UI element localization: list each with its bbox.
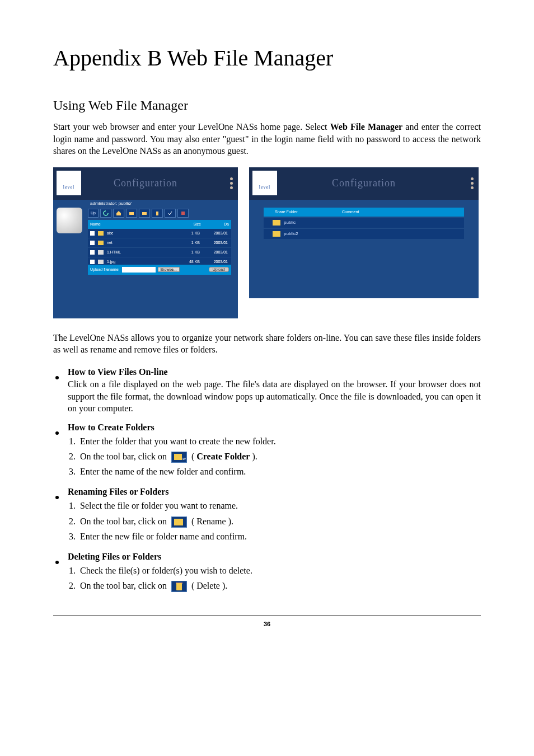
step-text: ). — [250, 452, 257, 461]
share-header: Share Folder Comment — [264, 208, 464, 217]
share-name: public2 — [284, 231, 298, 236]
step-item: Enter the folder that you want to create… — [78, 434, 481, 449]
file-manager-panel: administrator: public/ Up Name Size Da — [53, 200, 238, 318]
header-text: Configuration — [332, 177, 396, 189]
row-checkbox[interactable] — [90, 241, 95, 245]
table-row[interactable]: net 1 KB 2003/01 — [88, 238, 231, 247]
step-item: On the tool bar, click on ( Delete ). — [78, 578, 481, 593]
screenshot-header: level one Configuration — [53, 167, 238, 200]
bullet-heading: How to View Files On-line — [68, 367, 168, 377]
delete-icon — [171, 581, 187, 592]
row-name: 1.HTML — [107, 250, 177, 254]
step-item: On the tool bar, click on ( Rename ). — [78, 514, 481, 529]
bullet-dot — [55, 431, 59, 435]
step-text: On the tool bar, click on — [80, 452, 169, 461]
refresh-icon — [103, 210, 109, 216]
screenshot-header: level one Configuration — [249, 167, 479, 200]
breadcrumb: administrator: public/ — [90, 201, 132, 206]
row-name: 1.jpg — [107, 260, 177, 264]
section-heading: Using Web File Manager — [53, 98, 481, 113]
create-folder-icon — [171, 452, 187, 463]
home-button[interactable] — [113, 209, 124, 218]
description-paragraph: The LevelOne NASs allows you to organize… — [53, 332, 481, 356]
svg-rect-1 — [142, 212, 147, 215]
step-item: On the tool bar, click on ( Create Folde… — [78, 449, 481, 464]
bullet-view-files: How to View Files On-line Click on a fil… — [53, 367, 481, 415]
bullet-heading: Renaming Files or Folders — [68, 487, 169, 497]
table-rows: abc 1 KB 2003/01 net 1 KB 2003/01 1.HTML… — [88, 229, 231, 267]
share-row[interactable]: public — [264, 218, 464, 228]
instruction-list: How to View Files On-line Click on a fil… — [53, 367, 481, 593]
svg-rect-2 — [156, 212, 158, 215]
page-footer: 36 — [53, 616, 481, 627]
row-date: 2003/01 — [200, 260, 229, 264]
select-icon — [167, 210, 173, 216]
share-col-comment: Comment — [342, 210, 359, 214]
folder-icon — [273, 231, 280, 237]
toolbar: Up — [88, 209, 231, 219]
intro-text-a: Start your web browser and enter your Le… — [53, 122, 330, 132]
select-button[interactable] — [165, 209, 176, 218]
header-dots — [471, 177, 474, 191]
table-row[interactable]: abc 1 KB 2003/01 — [88, 229, 231, 238]
step-text: On the tool bar, click on — [80, 516, 169, 526]
new-folder-icon — [129, 210, 134, 216]
bullet-dot — [55, 561, 59, 564]
header-text: Configuration — [114, 177, 177, 189]
row-checkbox[interactable] — [90, 260, 95, 264]
screenshot-share-list: level one Configuration Share Folder Com… — [249, 167, 479, 318]
rename-icon — [171, 516, 187, 528]
folder-icon — [98, 241, 104, 245]
step-item: Select the file or folder you want to re… — [78, 498, 481, 513]
up-button[interactable]: Up — [88, 209, 99, 218]
upload-button[interactable]: Upload — [209, 267, 229, 272]
bullet-heading: How to Create Folders — [68, 422, 154, 433]
step-text: ( Rename ). — [189, 516, 233, 526]
rename-button[interactable] — [139, 209, 150, 218]
row-size: 48 KB — [177, 260, 200, 264]
intro-text-b: Web File Manager — [330, 122, 402, 132]
refresh-button[interactable] — [100, 209, 111, 218]
row-date: 2003/01 — [200, 241, 229, 245]
step-text: On the tool bar, click on — [80, 581, 169, 590]
row-checkbox[interactable] — [90, 250, 95, 255]
row-size: 1 KB — [177, 250, 200, 254]
share-panel: Share Folder Comment public public2 — [249, 200, 479, 298]
screenshot-file-manager: level one Configuration administrator: p… — [53, 167, 238, 318]
row-name: net — [107, 241, 177, 245]
step-item: Enter the new file or folder name and co… — [78, 529, 481, 544]
step-item: Check the file(s) or folder(s) you wish … — [78, 563, 481, 578]
folder-icon — [98, 231, 104, 236]
row-name: abc — [107, 231, 177, 235]
step-text-bold: Create Folder — [196, 452, 250, 461]
table-row[interactable]: 1.HTML 1 KB 2003/01 — [88, 248, 231, 257]
step-text: ( — [189, 452, 196, 461]
bullet-heading: Deleting Files or Folders — [68, 552, 161, 562]
logout-button[interactable] — [177, 209, 189, 218]
browse-button[interactable]: Browse... — [158, 267, 180, 272]
bullet-dot — [55, 376, 59, 379]
brand-top: level — [252, 172, 277, 203]
brand-top: level — [57, 172, 81, 203]
page-number: 36 — [264, 621, 270, 627]
col-size: Size — [173, 222, 201, 226]
folder-icon — [273, 220, 280, 226]
svg-rect-0 — [129, 212, 134, 215]
share-col-folder: Share Folder — [275, 210, 342, 214]
new-folder-button[interactable] — [126, 209, 137, 218]
file-icon — [98, 250, 104, 255]
screenshot-pair: level one Configuration administrator: p… — [53, 167, 481, 318]
delete-icon — [154, 210, 160, 216]
delete-button[interactable] — [152, 209, 163, 218]
row-checkbox[interactable] — [90, 231, 95, 236]
share-row[interactable]: public2 — [264, 229, 464, 239]
upload-input[interactable] — [122, 267, 156, 273]
bullet-delete: Deleting Files or Folders Check the file… — [53, 552, 481, 593]
share-name: public — [284, 220, 296, 225]
bullet-body: Click on a file displayed on the web pag… — [53, 378, 481, 415]
file-icon — [98, 260, 104, 264]
svg-rect-3 — [181, 212, 185, 215]
brand-logo: level one — [252, 171, 277, 195]
intro-paragraph: Start your web browser and enter your Le… — [53, 121, 481, 157]
bullet-create-folders: How to Create Folders Enter the folder t… — [53, 422, 481, 480]
